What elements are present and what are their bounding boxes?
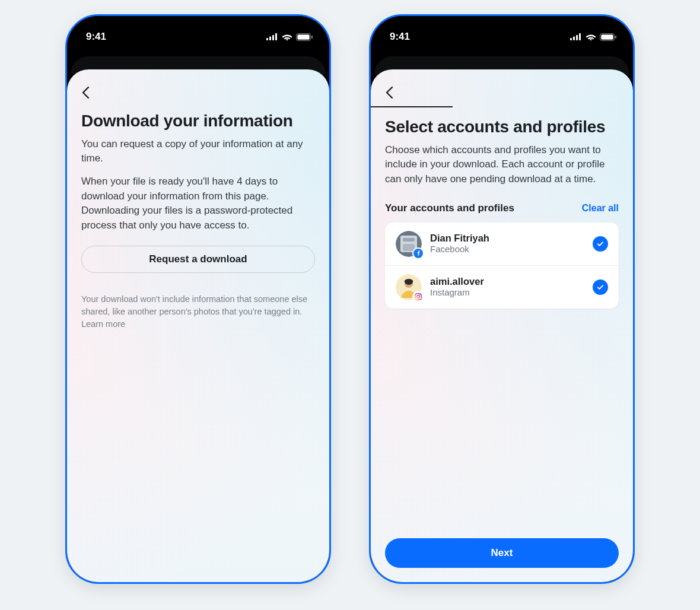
svg-rect-1 xyxy=(269,37,271,41)
request-download-label: Request a download xyxy=(149,253,247,265)
svg-rect-2 xyxy=(272,35,274,40)
avatar-wrap xyxy=(396,231,422,257)
accounts-card: Dian Fitriyah Facebook xyxy=(385,223,619,309)
accounts-section-label: Your accounts and profiles xyxy=(385,202,514,214)
back-button[interactable] xyxy=(385,82,405,103)
status-bar: 9:41 xyxy=(371,16,633,53)
phone-download-info: 9:41 Download your information You can r… xyxy=(65,14,331,584)
svg-point-21 xyxy=(417,295,420,298)
progress-underline xyxy=(371,106,453,107)
status-time: 9:41 xyxy=(390,31,410,43)
svg-rect-5 xyxy=(297,34,309,39)
status-bar: 9:41 xyxy=(67,16,329,53)
svg-rect-20 xyxy=(415,293,422,300)
chevron-left-icon xyxy=(81,86,90,99)
sheet-download-info: Download your information You can reques… xyxy=(67,69,329,582)
svg-rect-3 xyxy=(275,33,277,40)
account-row-instagram[interactable]: aimi.allover Instagram xyxy=(385,265,619,309)
clear-all-link[interactable]: Clear all xyxy=(582,203,619,214)
phone-select-accounts: 9:41 Select accounts and profiles Choose… xyxy=(369,14,635,584)
selected-check-icon[interactable] xyxy=(593,236,608,252)
accounts-header-row: Your accounts and profiles Clear all xyxy=(385,202,619,214)
account-name: Dian Fitriyah xyxy=(430,232,584,244)
svg-rect-8 xyxy=(573,37,575,41)
sheet-select-accounts: Select accounts and profiles Choose whic… xyxy=(371,69,633,582)
svg-rect-9 xyxy=(576,35,578,40)
page-subtext: You can request a copy of your informati… xyxy=(81,137,315,166)
facebook-badge-icon xyxy=(412,247,424,259)
svg-point-22 xyxy=(419,294,421,296)
back-button[interactable] xyxy=(81,82,101,103)
wifi-icon xyxy=(586,33,596,41)
battery-icon xyxy=(296,33,313,41)
svg-rect-6 xyxy=(311,36,313,39)
cellular-icon xyxy=(266,33,278,40)
svg-rect-16 xyxy=(403,238,415,242)
status-icons xyxy=(570,33,616,41)
account-row-facebook[interactable]: Dian Fitriyah Facebook xyxy=(385,223,619,265)
page-subtext: Choose which accounts and profiles you w… xyxy=(385,143,619,187)
selected-check-icon[interactable] xyxy=(593,279,608,295)
cellular-icon xyxy=(570,33,582,40)
svg-rect-0 xyxy=(266,38,268,40)
next-button-label: Next xyxy=(491,547,513,559)
account-platform: Instagram xyxy=(430,287,584,298)
svg-rect-7 xyxy=(570,38,572,40)
page-paragraph: When your file is ready you'll have 4 da… xyxy=(81,174,315,233)
page-title: Download your information xyxy=(81,111,315,131)
account-platform: Facebook xyxy=(430,244,584,255)
account-text: Dian Fitriyah Facebook xyxy=(430,232,584,255)
account-text: aimi.allover Instagram xyxy=(430,275,584,298)
status-icons xyxy=(266,33,313,41)
status-time: 9:41 xyxy=(86,31,106,43)
page-title: Select accounts and profiles xyxy=(385,117,619,137)
avatar-wrap xyxy=(396,274,422,300)
account-name: aimi.allover xyxy=(430,275,584,288)
request-download-button[interactable]: Request a download xyxy=(81,246,315,273)
instagram-badge-icon xyxy=(412,291,424,303)
wifi-icon xyxy=(282,33,292,41)
svg-rect-13 xyxy=(615,36,616,39)
next-button[interactable]: Next xyxy=(385,538,619,568)
battery-icon xyxy=(600,33,616,41)
svg-rect-10 xyxy=(579,33,581,40)
svg-rect-12 xyxy=(601,34,613,39)
chevron-left-icon xyxy=(385,86,393,99)
footnote-text: Your download won't include information … xyxy=(81,293,315,331)
